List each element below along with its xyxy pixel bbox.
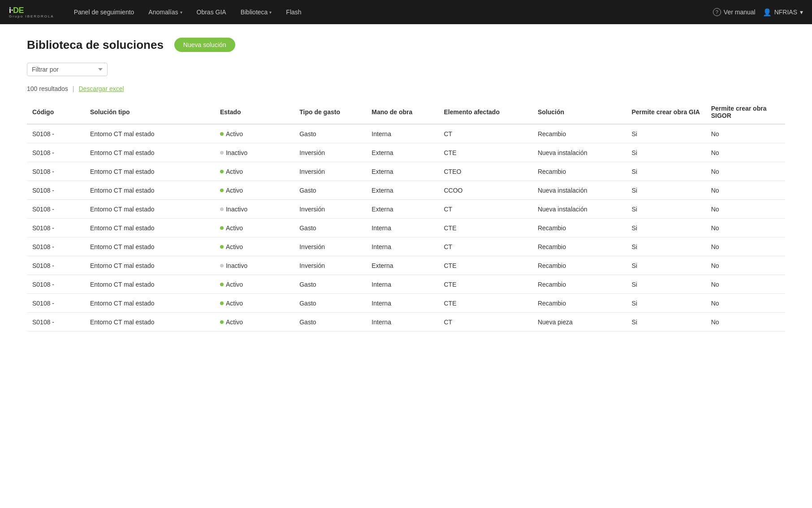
cell-tipo-gasto: Inversión — [294, 143, 366, 162]
status-dot — [220, 245, 224, 249]
cell-sigor: No — [706, 237, 785, 256]
user-menu[interactable]: 👤 NFRIAS ▾ — [763, 8, 803, 17]
cell-tipo-gasto: Gasto — [294, 181, 366, 200]
download-excel-link[interactable]: Descargar excel — [78, 85, 124, 92]
table-row[interactable]: S0108 - Entorno CT mal estado Inactivo I… — [27, 256, 785, 275]
nav-flash[interactable]: Flash — [280, 6, 307, 18]
cell-estado: Activo — [215, 219, 294, 237]
nav-links: Panel de seguimiento Anomalías ▾ Obras G… — [68, 6, 713, 18]
cell-elemento: CTEO — [438, 162, 532, 181]
filter-row: Filtrar por — [27, 63, 785, 76]
col-header-solucion-tipo: Solución tipo — [85, 100, 215, 124]
status-label: Activo — [226, 243, 243, 250]
table-row[interactable]: S0108 - Entorno CT mal estado Inactivo I… — [27, 143, 785, 162]
cell-sigor: No — [706, 124, 785, 143]
chevron-down-icon: ▾ — [180, 10, 182, 15]
results-sep: | — [73, 85, 74, 92]
cell-sigor: No — [706, 181, 785, 200]
nav-biblioteca[interactable]: Biblioteca ▾ — [234, 6, 278, 18]
cell-mano-obra: Interna — [366, 313, 438, 331]
results-row: 100 resultados | Descargar excel — [27, 85, 785, 92]
cell-elemento: CT — [438, 124, 532, 143]
cell-estado: Activo — [215, 124, 294, 143]
cell-gia: Si — [626, 294, 705, 313]
cell-solucion-tipo: Entorno CT mal estado — [85, 294, 215, 313]
status-dot — [220, 301, 224, 305]
col-header-elemento: Elemento afectado — [438, 100, 532, 124]
col-header-sigor: Permite crear obra SIGOR — [706, 100, 785, 124]
cell-mano-obra: Externa — [366, 143, 438, 162]
cell-sigor: No — [706, 275, 785, 294]
status-label: Inactivo — [226, 262, 247, 269]
cell-codigo: S0108 - — [27, 200, 85, 219]
cell-solucion: Nueva instalación — [532, 143, 626, 162]
cell-sigor: No — [706, 219, 785, 237]
cell-elemento: CCOO — [438, 181, 532, 200]
cell-solucion: Recambio — [532, 219, 626, 237]
table-row[interactable]: S0108 - Entorno CT mal estado Inactivo I… — [27, 200, 785, 219]
cell-mano-obra: Externa — [366, 181, 438, 200]
cell-solucion: Nueva instalación — [532, 200, 626, 219]
nav-anomalias[interactable]: Anomalías ▾ — [142, 6, 188, 18]
cell-solucion: Recambio — [532, 124, 626, 143]
cell-codigo: S0108 - — [27, 181, 85, 200]
cell-gia: Si — [626, 124, 705, 143]
cell-estado: Inactivo — [215, 200, 294, 219]
status-label: Inactivo — [226, 206, 247, 213]
cell-sigor: No — [706, 294, 785, 313]
nav-right: ? Ver manual 👤 NFRIAS ▾ — [713, 8, 803, 17]
cell-tipo-gasto: Inversión — [294, 237, 366, 256]
cell-tipo-gasto: Gasto — [294, 275, 366, 294]
col-header-mano-obra: Mano de obra — [366, 100, 438, 124]
cell-solucion: Nueva pieza — [532, 313, 626, 331]
nueva-solucion-button[interactable]: Nueva solución — [174, 38, 235, 52]
col-header-estado: Estado — [215, 100, 294, 124]
status-dot — [220, 320, 224, 324]
status-label: Activo — [226, 281, 243, 288]
navbar: i·DE Grupo IBERDROLA Panel de seguimient… — [0, 0, 812, 24]
cell-mano-obra: Interna — [366, 124, 438, 143]
cell-gia: Si — [626, 256, 705, 275]
status-dot — [220, 283, 224, 286]
table-row[interactable]: S0108 - Entorno CT mal estado Activo Gas… — [27, 313, 785, 331]
logo: i·DE Grupo IBERDROLA — [9, 6, 54, 18]
cell-sigor: No — [706, 162, 785, 181]
table-row[interactable]: S0108 - Entorno CT mal estado Activo Gas… — [27, 275, 785, 294]
cell-elemento: CT — [438, 200, 532, 219]
nav-obras-gia[interactable]: Obras GIA — [190, 6, 233, 18]
page-header: Biblioteca de soluciones Nueva solución — [27, 38, 785, 52]
results-count: 100 resultados — [27, 85, 68, 92]
table-row[interactable]: S0108 - Entorno CT mal estado Activo Gas… — [27, 294, 785, 313]
status-dot — [220, 264, 224, 267]
cell-mano-obra: Interna — [366, 237, 438, 256]
user-icon: 👤 — [763, 8, 772, 17]
cell-solucion-tipo: Entorno CT mal estado — [85, 237, 215, 256]
table-row[interactable]: S0108 - Entorno CT mal estado Activo Gas… — [27, 124, 785, 143]
cell-codigo: S0108 - — [27, 294, 85, 313]
cell-mano-obra: Interna — [366, 294, 438, 313]
nav-panel-seguimiento[interactable]: Panel de seguimiento — [68, 6, 141, 18]
cell-gia: Si — [626, 219, 705, 237]
cell-solucion-tipo: Entorno CT mal estado — [85, 124, 215, 143]
filter-select[interactable]: Filtrar por — [27, 63, 108, 76]
cell-solucion: Recambio — [532, 237, 626, 256]
cell-tipo-gasto: Inversión — [294, 200, 366, 219]
cell-elemento: CTE — [438, 256, 532, 275]
help-button[interactable]: ? Ver manual — [713, 8, 756, 16]
cell-mano-obra: Interna — [366, 219, 438, 237]
cell-mano-obra: Externa — [366, 162, 438, 181]
page-title: Biblioteca de soluciones — [27, 38, 164, 52]
status-label: Activo — [226, 187, 243, 194]
cell-solucion-tipo: Entorno CT mal estado — [85, 313, 215, 331]
cell-solucion: Recambio — [532, 294, 626, 313]
status-dot — [220, 226, 224, 230]
cell-gia: Si — [626, 275, 705, 294]
cell-solucion-tipo: Entorno CT mal estado — [85, 219, 215, 237]
cell-solucion: Recambio — [532, 275, 626, 294]
table-row[interactable]: S0108 - Entorno CT mal estado Activo Inv… — [27, 162, 785, 181]
table-row[interactable]: S0108 - Entorno CT mal estado Activo Gas… — [27, 181, 785, 200]
status-label: Activo — [226, 130, 243, 138]
cell-estado: Activo — [215, 294, 294, 313]
table-row[interactable]: S0108 - Entorno CT mal estado Activo Gas… — [27, 219, 785, 237]
table-row[interactable]: S0108 - Entorno CT mal estado Activo Inv… — [27, 237, 785, 256]
